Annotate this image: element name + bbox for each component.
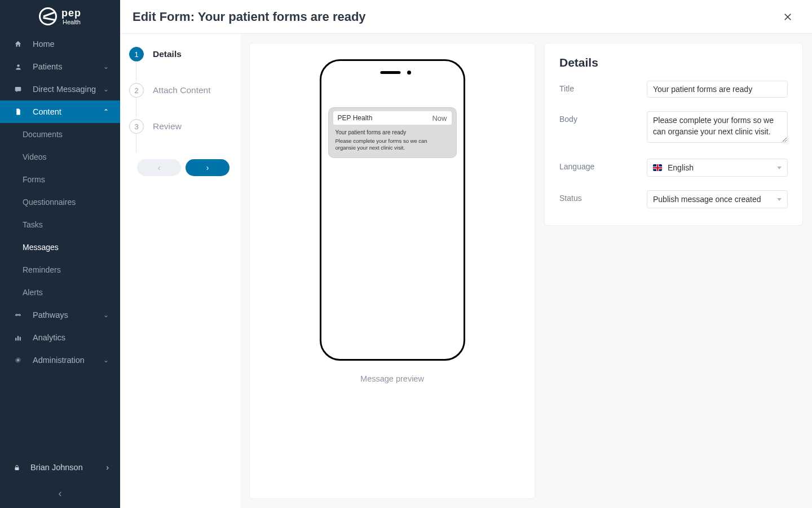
preview-column: PEP Health Now Your patient forms are re… [240, 34, 544, 508]
step-details[interactable]: 1 Details [126, 44, 230, 64]
sidebar-sub-documents[interactable]: Documents [0, 123, 120, 146]
sidebar-item-analytics[interactable]: Analytics [0, 326, 120, 349]
user-name: Brian Johnson [30, 463, 106, 472]
sidebar: pep Health Home Patients ⌄ Direct Messag… [0, 0, 120, 508]
sidebar-sub-forms[interactable]: Forms [0, 168, 120, 191]
sidebar-sub-messages[interactable]: Messages [0, 236, 120, 259]
field-status: Status Publish message once created [559, 190, 788, 208]
details-card: Details Title Body Language [544, 43, 803, 226]
step-number: 2 [129, 83, 144, 98]
field-label: Title [559, 81, 647, 93]
select-value: Publish message once created [653, 195, 761, 204]
sidebar-item-administration[interactable]: Administration ⌄ [0, 349, 120, 371]
sidebar-item-label: Direct Messaging [33, 85, 103, 94]
sidebar-item-label: Analytics [33, 333, 109, 342]
main: Edit Form: Your patient forms are ready … [120, 0, 812, 508]
stepper: 1 Details 2 Attach Content 3 Review ‹ › [120, 34, 240, 508]
svg-rect-2 [15, 338, 16, 340]
sidebar-sub-alerts[interactable]: Alerts [0, 281, 120, 304]
details-heading: Details [559, 56, 788, 69]
chevron-down-icon: ⌄ [103, 63, 109, 71]
sidebar-item-content[interactable]: Content ⌃ [0, 100, 120, 123]
next-step-button[interactable]: › [186, 159, 230, 176]
field-label: Status [559, 190, 647, 203]
step-number: 3 [129, 119, 144, 134]
pathways-icon [14, 310, 23, 319]
notification-header: PEP Health Now [333, 111, 452, 125]
details-column: Details Title Body Language [544, 34, 812, 508]
chevron-left-icon: ‹ [158, 163, 161, 172]
title-input[interactable] [647, 81, 788, 98]
step-label: Details [153, 49, 182, 59]
sidebar-collapse-button[interactable]: ‹ [0, 479, 120, 508]
step-nav: ‹ › [126, 159, 230, 176]
message-icon [14, 85, 23, 94]
sidebar-sub-videos[interactable]: Videos [0, 146, 120, 168]
brand-text: pep Health [61, 8, 81, 25]
flag-uk-icon [653, 164, 662, 171]
sidebar-item-label: Home [33, 40, 109, 49]
sidebar-sub-questionnaires[interactable]: Questionnaires [0, 191, 120, 213]
preview-card: PEP Health Now Your patient forms are re… [249, 43, 535, 499]
chevron-down-icon: ⌄ [103, 356, 109, 364]
page-title: Edit Form: Your patient forms are ready [133, 10, 366, 24]
close-icon [783, 12, 793, 22]
home-icon [14, 40, 23, 49]
sidebar-nav: Home Patients ⌄ Direct Messaging ⌄ Conte… [0, 33, 120, 456]
user-icon [14, 62, 23, 71]
svg-rect-3 [17, 336, 19, 340]
sidebar-item-home[interactable]: Home [0, 33, 120, 55]
sidebar-user[interactable]: Brian Johnson › [0, 456, 120, 479]
lock-icon [14, 464, 23, 471]
svg-rect-1 [15, 87, 21, 91]
field-title: Title [559, 81, 788, 98]
notification-time: Now [432, 114, 447, 122]
field-label: Language [559, 159, 647, 171]
notification-body: Please complete your forms so we can org… [336, 138, 449, 152]
preview-caption: Message preview [360, 374, 424, 383]
svg-rect-6 [15, 467, 19, 470]
step-review[interactable]: 3 Review [126, 116, 230, 137]
prev-step-button[interactable]: ‹ [137, 159, 181, 176]
step-attach-content[interactable]: 2 Attach Content [126, 80, 230, 100]
chevron-left-icon: ‹ [59, 488, 62, 500]
body-textarea[interactable] [647, 111, 788, 143]
file-icon [14, 107, 23, 116]
chevron-down-icon: ⌄ [103, 311, 109, 319]
step-label: Attach Content [153, 85, 211, 95]
phone-mockup: PEP Health Now Your patient forms are re… [320, 59, 465, 361]
chevron-right-icon: › [206, 163, 209, 172]
field-language: Language English [559, 159, 788, 177]
sidebar-item-label: Patients [33, 62, 103, 71]
notification-preview: PEP Health Now Your patient forms are re… [328, 107, 457, 158]
select-value: English [668, 163, 694, 172]
status-select[interactable]: Publish message once created [647, 190, 788, 208]
sidebar-item-pathways[interactable]: Pathways ⌄ [0, 304, 120, 326]
chevron-down-icon: ⌄ [103, 85, 109, 93]
gear-icon [14, 356, 23, 365]
workspace: 1 Details 2 Attach Content 3 Review ‹ › [120, 34, 812, 508]
sidebar-sub-tasks[interactable]: Tasks [0, 213, 120, 236]
step-label: Review [153, 121, 182, 132]
phone-speaker-icon [380, 71, 400, 74]
sidebar-item-label: Administration [33, 356, 103, 365]
field-body: Body [559, 111, 788, 145]
sidebar-item-label: Content [33, 107, 103, 116]
brand-mark-icon [39, 7, 57, 25]
field-label: Body [559, 111, 647, 124]
chevron-up-icon: ⌃ [103, 108, 109, 116]
sidebar-item-patients[interactable]: Patients ⌄ [0, 55, 120, 78]
notification-app-name: PEP Health [338, 114, 433, 122]
sidebar-item-label: Pathways [33, 310, 103, 319]
svg-point-0 [17, 64, 19, 67]
brand-logo: pep Health [0, 0, 120, 33]
close-button[interactable] [779, 10, 796, 24]
sidebar-item-direct-messaging[interactable]: Direct Messaging ⌄ [0, 78, 120, 100]
step-number: 1 [129, 47, 144, 62]
page-header: Edit Form: Your patient forms are ready [120, 0, 812, 34]
chart-icon [14, 333, 23, 342]
sidebar-sub-reminders[interactable]: Reminders [0, 259, 120, 281]
language-select[interactable]: English [647, 159, 788, 177]
phone-camera-icon [407, 71, 411, 75]
chevron-right-icon: › [106, 463, 109, 472]
